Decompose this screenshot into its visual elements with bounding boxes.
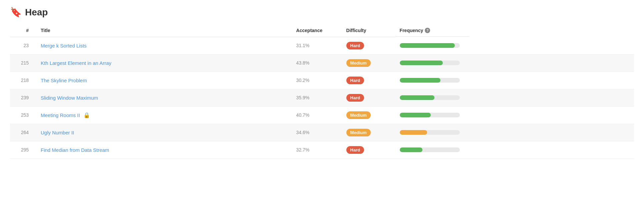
frequency-bar [400,113,431,117]
row-title-cell: Meeting Rooms II🔒 [37,106,292,124]
row-acceptance: 43.8% [292,54,342,72]
row-number: 218 [10,72,37,89]
row-title-cell: Find Median from Data Stream [37,141,292,158]
problem-title-link[interactable]: Merge k Sorted Lists [41,43,87,48]
row-acceptance: 35.9% [292,89,342,106]
row-difficulty: Hard [342,141,396,158]
bookmark-icon: 🔖 [10,7,22,18]
col-header-frequency: Frequency ? [396,24,469,37]
table-row: 218The Skyline Problem30.2%Hard [10,72,634,89]
row-difficulty: Medium [342,106,396,124]
frequency-bar [400,61,443,65]
table-row: 239Sliding Window Maximum35.9%Hard [10,89,634,106]
difficulty-badge: Hard [346,42,364,49]
problem-title-link[interactable]: Kth Largest Element in an Array [41,60,111,66]
row-acceptance: 31.1% [292,37,342,54]
row-frequency [396,124,634,141]
row-frequency [396,106,634,124]
table-row: 264Ugly Number II34.6%Medium [10,124,634,141]
frequency-bar [400,130,427,135]
row-number: 23 [10,37,37,54]
frequency-bar-container [400,43,460,48]
problem-title-link[interactable]: Sliding Window Maximum [41,95,98,101]
difficulty-badge: Hard [346,77,364,84]
problems-table: # Title Acceptance Difficulty Frequency … [10,24,634,159]
row-frequency [396,72,634,89]
page-header: 🔖 Heap [10,7,634,18]
frequency-bar-container [400,113,460,117]
problem-title-link[interactable]: Find Median from Data Stream [41,147,109,153]
table-row: 295Find Median from Data Stream32.7%Hard [10,141,634,158]
row-number: 253 [10,106,37,124]
row-acceptance: 30.2% [292,72,342,89]
frequency-bar [400,147,422,152]
table-row: 23Merge k Sorted Lists31.1%Hard [10,37,634,54]
frequency-bar-container [400,130,460,135]
row-title-cell: Sliding Window Maximum [37,89,292,106]
row-difficulty: Hard [342,37,396,54]
row-frequency [396,37,634,54]
row-number: 215 [10,54,37,72]
row-frequency [396,54,634,72]
row-difficulty: Hard [342,89,396,106]
row-difficulty: Medium [342,124,396,141]
col-header-title: Title [37,24,292,37]
difficulty-badge: Medium [346,111,371,119]
problem-title-link[interactable]: Meeting Rooms II [41,112,80,118]
table-row: 253Meeting Rooms II🔒40.7%Medium [10,106,634,124]
row-acceptance: 40.7% [292,106,342,124]
frequency-bar [400,43,455,48]
problem-title-link[interactable]: The Skyline Problem [41,78,87,83]
frequency-bar-container [400,147,460,152]
row-frequency [396,141,634,158]
table-header: # Title Acceptance Difficulty Frequency … [10,24,634,37]
col-header-acceptance: Acceptance [292,24,342,37]
row-acceptance: 34.6% [292,124,342,141]
frequency-bar [400,78,440,83]
row-title-cell: The Skyline Problem [37,72,292,89]
row-number: 264 [10,124,37,141]
difficulty-badge: Hard [346,94,364,102]
frequency-bar-container [400,61,460,65]
col-header-number: # [10,24,37,37]
frequency-bar-container [400,78,460,83]
frequency-bar-container [400,95,460,100]
row-difficulty: Medium [342,54,396,72]
difficulty-badge: Hard [346,146,364,154]
row-number: 239 [10,89,37,106]
frequency-bar [400,95,434,100]
row-difficulty: Hard [342,72,396,89]
row-number: 295 [10,141,37,158]
table-body: 23Merge k Sorted Lists31.1%Hard215Kth La… [10,37,634,158]
row-title-cell: Ugly Number II [37,124,292,141]
row-acceptance: 32.7% [292,141,342,158]
row-frequency [396,89,634,106]
row-title-cell: Kth Largest Element in an Array [37,54,292,72]
difficulty-badge: Medium [346,129,371,136]
difficulty-badge: Medium [346,59,371,67]
page-title: Heap [25,7,48,18]
col-header-difficulty: Difficulty [342,24,396,37]
lock-icon: 🔒 [83,112,90,118]
row-title-cell: Merge k Sorted Lists [37,37,292,54]
table-row: 215Kth Largest Element in an Array43.8%M… [10,54,634,72]
frequency-info-icon[interactable]: ? [425,28,430,33]
problem-title-link[interactable]: Ugly Number II [41,130,74,135]
